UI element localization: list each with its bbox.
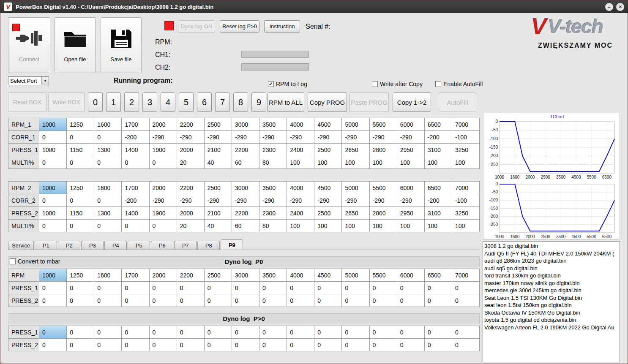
table-cell[interactable]: 1300 [94, 144, 122, 156]
table-cell[interactable]: 0 [150, 282, 177, 294]
table-cell[interactable]: 0 [205, 339, 232, 351]
table-cell[interactable]: 1000 [39, 144, 67, 156]
table-cell[interactable]: 0 [150, 326, 177, 339]
table-cell[interactable]: 0 [232, 294, 259, 307]
table-cell[interactable]: 20 [177, 156, 205, 169]
file-list[interactable]: 3008 1.2 go digital.binAudi Q5 II (FY FL… [483, 241, 620, 362]
table-cell[interactable]: -290 [232, 131, 259, 144]
table-cell[interactable]: 0 [370, 339, 397, 351]
file-item[interactable]: Volkswagen Arteon FL 2.0 190KM 2022 Go D… [484, 324, 618, 331]
connect-button[interactable]: Connect [8, 17, 50, 73]
table-cell[interactable]: 0 [314, 339, 342, 351]
table-cell[interactable]: 0 [177, 294, 205, 307]
table-cell[interactable]: -290 [232, 194, 259, 207]
table-cell[interactable]: 0 [67, 294, 94, 307]
table-cell[interactable]: -200 [122, 194, 149, 207]
select-port-dropdown[interactable]: Select Port ▼ [8, 76, 49, 85]
table-cell[interactable]: 2500 [205, 118, 232, 131]
table-cell[interactable]: 60 [232, 220, 259, 232]
table-cell[interactable]: 60 [232, 156, 259, 169]
table-cell[interactable]: 1900 [150, 144, 177, 156]
table-cell[interactable]: 2950 [397, 207, 425, 220]
table-cell[interactable]: 0 [397, 339, 425, 351]
table-cell[interactable]: -100 [452, 194, 480, 207]
table-cell[interactable]: 0 [39, 156, 67, 169]
table-cell[interactable]: 4000 [287, 182, 314, 194]
digit-button-6[interactable]: 6 [197, 92, 212, 112]
table-cell[interactable]: 1700 [122, 182, 149, 194]
table-cell[interactable]: 6000 [397, 269, 425, 282]
table-cell[interactable]: 1150 [67, 144, 94, 156]
dyno-log-on-button[interactable]: Dyno log ON [178, 20, 215, 33]
table-cell[interactable]: 2400 [287, 144, 314, 156]
table-cell[interactable]: 0 [150, 294, 177, 307]
table-cell[interactable]: 0 [150, 220, 177, 232]
file-item[interactable]: audi q8 286km 2023 go digital.bin [484, 257, 618, 265]
table-cell[interactable]: 0 [425, 326, 452, 339]
table-cell[interactable]: 0 [342, 339, 369, 351]
table-cell[interactable]: 0 [452, 326, 480, 339]
digit-button-8[interactable]: 8 [233, 92, 248, 112]
enable-autofill-checkbox[interactable]: Enable AutoFill [435, 81, 483, 87]
table-cell[interactable]: 5500 [370, 182, 397, 194]
tab-p9[interactable]: P9 [221, 239, 243, 250]
table-cell[interactable]: -290 [259, 131, 287, 144]
table-cell[interactable]: 2650 [342, 144, 369, 156]
table-cell[interactable]: 0 [67, 339, 94, 351]
table-cell[interactable]: 2300 [259, 144, 287, 156]
table-cell[interactable]: 0 [259, 339, 287, 351]
table-cell[interactable]: 1000 [39, 269, 67, 282]
table-cell[interactable]: 100 [425, 220, 452, 232]
table-cell[interactable]: -290 [370, 131, 397, 144]
table-cell[interactable]: 2200 [232, 207, 259, 220]
open-file-button[interactable]: Open file [55, 17, 96, 73]
table-cell[interactable]: 0 [39, 282, 67, 294]
table-cell[interactable]: 0 [39, 131, 67, 144]
table-cell[interactable]: 5000 [342, 118, 369, 131]
table-cell[interactable]: 2500 [314, 144, 342, 156]
table-cell[interactable]: 0 [205, 282, 232, 294]
table-cell[interactable]: 0 [452, 282, 480, 294]
table-cell[interactable]: 6500 [425, 118, 452, 131]
file-item[interactable]: Seat Leon 1.5 TSI 130KM Go Digital.bin [484, 294, 618, 302]
table-cell[interactable]: -290 [177, 194, 205, 207]
tab-p5[interactable]: P5 [128, 241, 150, 250]
table-cell[interactable]: 0 [232, 326, 259, 339]
chevron-down-icon[interactable]: ▼ [41, 77, 49, 85]
table-cell[interactable]: 0 [232, 339, 259, 351]
digit-button-1[interactable]: 1 [106, 92, 121, 112]
table-cell[interactable]: 4000 [287, 269, 314, 282]
table-cell[interactable]: 0 [122, 220, 149, 232]
table-cell[interactable]: 0 [67, 282, 94, 294]
table-cell[interactable]: 0 [370, 326, 397, 339]
table-cell[interactable]: 100 [287, 220, 314, 232]
table-cell[interactable]: 100 [452, 220, 480, 232]
table-cell[interactable]: 1300 [94, 207, 122, 220]
table-cell[interactable]: -200 [425, 131, 452, 144]
table-cell[interactable]: 2800 [370, 144, 397, 156]
table-cell[interactable]: 0 [177, 339, 205, 351]
file-item[interactable]: Skoda Octavia IV 150KM Go Digital.bin [484, 309, 618, 317]
table-cell[interactable]: 5000 [342, 182, 369, 194]
table-cell[interactable]: 0 [232, 282, 259, 294]
close-icon[interactable]: ✕ [616, 3, 624, 11]
table-cell[interactable]: 3500 [259, 118, 287, 131]
digit-button-4[interactable]: 4 [161, 92, 175, 112]
table-cell[interactable]: 2500 [205, 269, 232, 282]
table-cell[interactable]: -200 [122, 131, 149, 144]
table-cell[interactable]: 0 [342, 294, 369, 307]
table-cell[interactable]: 0 [397, 294, 425, 307]
copy-prog-button[interactable]: Copy PROG [308, 92, 347, 112]
table-cell[interactable]: 5500 [370, 118, 397, 131]
rpm-to-log-checkbox[interactable]: ✓ RPM to Log [268, 81, 307, 87]
table-cell[interactable]: 100 [342, 156, 369, 169]
table-cell[interactable]: 4500 [314, 118, 342, 131]
table-cell[interactable]: 0 [122, 326, 149, 339]
table-cell[interactable]: 0 [94, 294, 122, 307]
table-cell[interactable]: 0 [314, 282, 342, 294]
tab-p7[interactable]: P7 [174, 241, 197, 250]
table-cell[interactable]: 100 [425, 156, 452, 169]
table-cell[interactable]: -290 [177, 131, 205, 144]
table-cell[interactable]: 0 [94, 282, 122, 294]
table-cell[interactable]: 2000 [177, 144, 205, 156]
